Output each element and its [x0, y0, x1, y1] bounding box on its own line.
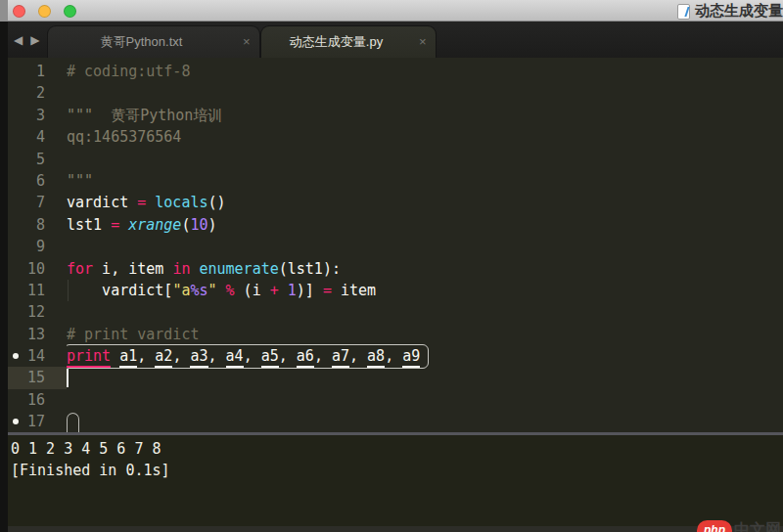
output-line: 0 1 2 3 4 5 6 7 8: [11, 438, 783, 460]
close-icon[interactable]: ×: [419, 34, 427, 49]
gutter-line-number: 14: [8, 345, 67, 367]
code-token: ): [208, 216, 217, 234]
output-panel: 0 1 2 3 4 5 6 7 8 [Finished in 0.1s]: [8, 435, 783, 526]
code-area[interactable]: # coding:utf-8""" 黄哥Python培训qq:146537656…: [67, 58, 783, 432]
code-token: ,: [137, 347, 155, 365]
indent-guide: [68, 280, 69, 301]
code-token: "a: [172, 282, 190, 299]
code-token: =: [137, 194, 146, 211]
code-token: 10: [190, 216, 207, 234]
code-line-11[interactable]: vardict["a%s" % (i + 1)] = item: [67, 280, 783, 301]
code-token: xrange: [128, 216, 181, 234]
window-edge-shadow: [0, 0, 8, 22]
code-token: 1: [288, 282, 297, 299]
code-line-10[interactable]: for i, item in enumerate(lst1):: [67, 258, 783, 280]
minimize-window-button[interactable]: [38, 5, 51, 18]
tab-huangge-python-txt[interactable]: 黄哥Python.txt ×: [47, 25, 260, 58]
lint-outline-box: print a1, a2, a3, a4, a5, a6, a7, a8, a9: [67, 344, 429, 369]
code-token: a2: [155, 347, 172, 368]
code-line-8[interactable]: lst1 = xrange(10): [67, 214, 783, 236]
code-line-16[interactable]: [67, 389, 783, 411]
code-token: for: [67, 260, 93, 278]
code-token: ,: [349, 347, 367, 365]
code-token: # coding:utf-8: [67, 63, 190, 80]
gutter-line-number: 4: [8, 126, 67, 148]
watermark: php 中文网: [697, 520, 781, 532]
code-line-6[interactable]: """: [67, 170, 783, 192]
code-token: =: [323, 282, 332, 299]
close-window-button[interactable]: [13, 5, 25, 18]
code-token: ,: [314, 347, 332, 365]
sublime-window: 动态生成变量 ◀ ▶ 黄哥Python.txt × 动态生成变量.py × 12…: [8, 0, 783, 532]
output-line: [Finished in 0.1s]: [11, 460, 783, 481]
code-token: [217, 282, 226, 299]
tab-navigation: ◀ ▶: [8, 33, 47, 58]
code-line-3[interactable]: """ 黄哥Python培训: [67, 105, 783, 126]
code-token: qq:1465376564: [67, 128, 181, 146]
gutter-line-number: 15: [8, 367, 67, 388]
code-line-9[interactable]: [67, 236, 783, 257]
zoom-window-button[interactable]: [64, 5, 76, 18]
code-token: in: [172, 260, 190, 278]
code-token: a3: [190, 347, 207, 368]
code-token: (lst1):: [279, 260, 341, 278]
code-token: """: [67, 172, 93, 190]
gutter-line-number: 8: [8, 214, 67, 236]
code-token: vardict: [67, 194, 137, 211]
code-token: a6: [297, 347, 314, 368]
code-token: vardict[: [67, 282, 172, 299]
lint-outline-box-open: [67, 413, 79, 432]
gutter-dot-icon: [13, 353, 19, 359]
code-line-5[interactable]: [67, 149, 783, 170]
gutter-line-number: 7: [8, 192, 67, 213]
file-icon: [677, 4, 690, 20]
close-icon[interactable]: ×: [243, 34, 251, 49]
code-editor[interactable]: 1234567891011121314151617 # coding:utf-8…: [8, 58, 783, 432]
code-line-12[interactable]: [67, 301, 783, 323]
code-token: ,: [385, 347, 402, 365]
text-caret: [67, 369, 69, 387]
code-line-13[interactable]: # print vardict: [67, 324, 783, 345]
gutter-line-number: 9: [8, 236, 67, 257]
code-token: item: [332, 282, 376, 299]
code-token: (i: [235, 282, 270, 299]
code-token: a7: [332, 347, 349, 368]
code-token: i, item: [93, 260, 172, 278]
gutter-line-number: 13: [8, 324, 67, 345]
code-token: a4: [226, 347, 244, 368]
code-line-15[interactable]: [67, 367, 783, 388]
code-token: [279, 282, 288, 299]
gutter-line-number: 12: [8, 301, 67, 323]
gutter-line-number: 11: [8, 280, 67, 301]
code-line-1[interactable]: # coding:utf-8: [67, 61, 783, 82]
window-title-area: 动态生成变量: [677, 2, 783, 21]
window-title: 动态生成变量: [695, 2, 783, 21]
code-token: [111, 347, 119, 365]
code-token: [119, 216, 128, 234]
screen: 动态生成变量 ◀ ▶ 黄哥Python.txt × 动态生成变量.py × 12…: [0, 0, 783, 532]
forward-icon[interactable]: ▶: [30, 33, 39, 47]
code-line-14[interactable]: print a1, a2, a3, a4, a5, a6, a7, a8, a9: [67, 345, 783, 367]
gutter-line-number: 10: [8, 258, 67, 280]
code-line-17[interactable]: [67, 411, 783, 432]
code-line-7[interactable]: vardict = locals(): [67, 192, 783, 213]
code-token: [146, 194, 155, 211]
tab-dongtai-py[interactable]: 动态生成变量.py ×: [260, 25, 437, 58]
tab-bar: ◀ ▶ 黄哥Python.txt × 动态生成变量.py ×: [8, 22, 783, 58]
code-token: %: [226, 282, 235, 299]
code-line-2[interactable]: [67, 82, 783, 104]
code-token: ,: [208, 347, 226, 365]
titlebar: 动态生成变量: [8, 0, 783, 22]
gutter-line-number: 17: [8, 411, 67, 432]
code-token: a9: [402, 347, 420, 368]
code-token: locals: [155, 194, 207, 211]
gutter-line-number: 6: [8, 170, 67, 192]
gutter-line-number: 16: [8, 389, 67, 411]
code-token: # print vardict: [67, 326, 199, 343]
tab-label: 黄哥Python.txt: [48, 33, 234, 51]
code-line-4[interactable]: qq:1465376564: [67, 126, 783, 148]
gutter-line-number: 1: [8, 61, 67, 82]
php-badge: php: [697, 520, 732, 532]
code-token: )]: [297, 282, 323, 299]
back-icon[interactable]: ◀: [14, 33, 23, 47]
